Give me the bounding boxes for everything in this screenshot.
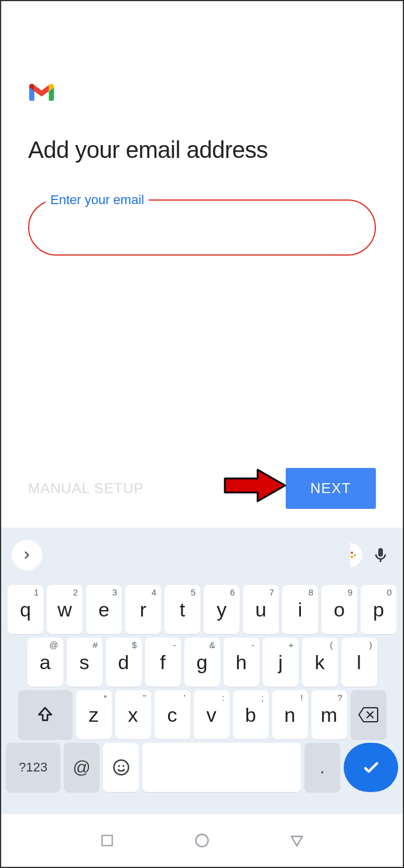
key-y[interactable]: y6 — [204, 585, 239, 634]
keyboard-row-1: q1w2e3r4t5y6u7i8o9p0 — [6, 585, 398, 634]
key-j[interactable]: j+ — [263, 638, 299, 687]
key-w[interactable]: w2 — [47, 585, 83, 634]
space-key[interactable] — [142, 743, 301, 792]
svg-point-4 — [114, 760, 128, 775]
svg-point-8 — [196, 835, 208, 847]
key-v[interactable]: v: — [194, 690, 230, 739]
key-o[interactable]: o9 — [321, 585, 357, 634]
mic-icon[interactable] — [369, 543, 392, 567]
email-field-wrapper: Enter your email — [28, 199, 376, 256]
svg-point-6 — [122, 765, 124, 767]
next-button[interactable]: NEXT — [286, 468, 376, 509]
svg-rect-7 — [102, 835, 112, 845]
back-button[interactable] — [285, 829, 309, 852]
manual-setup-button[interactable]: MANUAL SETUP — [28, 480, 144, 497]
key-n[interactable]: n! — [272, 690, 308, 739]
assistant-icon[interactable] — [337, 542, 363, 568]
system-nav-bar — [1, 814, 403, 867]
keyboard-row-3: z*x"c'v:b;n!m? — [6, 690, 398, 739]
home-button[interactable] — [190, 829, 214, 852]
key-e[interactable]: e3 — [86, 585, 122, 634]
setup-screen: Add your email address Enter your email … — [1, 1, 403, 528]
at-key[interactable]: @ — [64, 743, 100, 792]
key-d[interactable]: d$ — [106, 638, 142, 687]
expand-toolbar-icon[interactable] — [12, 540, 42, 570]
page-title: Add your email address — [28, 137, 376, 163]
recent-apps-button[interactable] — [95, 829, 119, 852]
key-q[interactable]: q1 — [8, 585, 43, 634]
email-input[interactable] — [28, 199, 376, 256]
period-key[interactable]: . — [304, 743, 340, 792]
svg-point-0 — [345, 552, 350, 556]
symbols-key[interactable]: ?123 — [6, 743, 60, 792]
key-s[interactable]: s# — [67, 638, 102, 687]
key-g[interactable]: g& — [184, 638, 220, 687]
key-c[interactable]: c' — [155, 690, 190, 739]
key-a[interactable]: a@ — [28, 638, 63, 687]
emoji-key[interactable] — [103, 743, 139, 792]
key-i[interactable]: i8 — [282, 585, 318, 634]
key-m[interactable]: m? — [311, 690, 347, 739]
svg-point-5 — [118, 765, 119, 767]
key-z[interactable]: z* — [76, 690, 112, 739]
key-f[interactable]: f- — [145, 638, 181, 687]
key-u[interactable]: u7 — [243, 585, 279, 634]
action-row: MANUAL SETUP NEXT — [28, 468, 376, 509]
key-l[interactable]: l) — [341, 638, 377, 687]
key-b[interactable]: b; — [233, 690, 269, 739]
key-k[interactable]: k( — [302, 638, 338, 687]
email-input-label: Enter your email — [46, 192, 149, 208]
key-p[interactable]: p0 — [361, 585, 396, 634]
keyboard-row-2: a@s#d$f-g&h-j+k(l) — [6, 638, 398, 687]
tutorial-arrow-icon — [224, 468, 288, 503]
keyboard-row-4: ?123 @ . — [6, 743, 398, 792]
key-r[interactable]: r4 — [125, 585, 161, 634]
gmail-logo-icon — [28, 82, 55, 103]
shift-key[interactable] — [18, 690, 73, 739]
key-x[interactable]: x" — [115, 690, 151, 739]
key-t[interactable]: t5 — [165, 585, 200, 634]
backspace-key[interactable] — [351, 690, 386, 739]
enter-key[interactable] — [344, 743, 398, 792]
key-h[interactable]: h- — [224, 638, 259, 687]
soft-keyboard: q1w2e3r4t5y6u7i8o9p0 a@s#d$f-g&h-j+k(l) … — [1, 528, 403, 814]
svg-point-2 — [351, 556, 354, 559]
keyboard-suggestion-bar — [6, 533, 398, 581]
svg-point-1 — [351, 552, 353, 554]
svg-point-3 — [354, 554, 356, 556]
